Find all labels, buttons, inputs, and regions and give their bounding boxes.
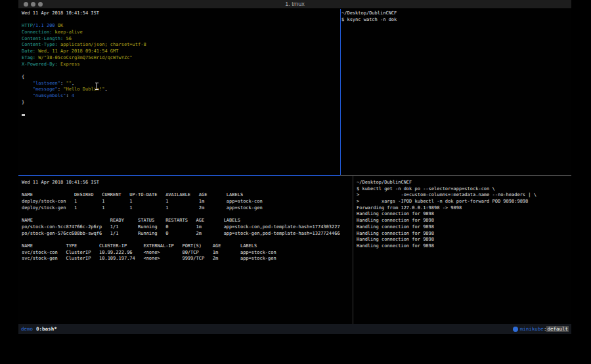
tmux-window-tab[interactable]: 0:bash* xyxy=(36,326,57,332)
port-forward-log: ~/Desktop/DublinCNCF$ kubectl get -n dok… xyxy=(357,180,570,250)
cursor-line xyxy=(22,112,339,119)
window-titlebar[interactable]: 1. tmux xyxy=(18,0,571,9)
ksync-command: $ ksync watch -n dok xyxy=(341,17,570,24)
kube-context: minikube xyxy=(520,326,544,332)
pane-divider-horizontal-left xyxy=(18,175,340,176)
json-open-brace: { xyxy=(22,74,339,81)
traffic-lights xyxy=(24,2,43,7)
kube-namespace: default xyxy=(546,326,569,332)
close-button[interactable] xyxy=(24,2,28,7)
cwd-line: ~/Desktop/DublinCNCF xyxy=(341,10,570,17)
minimize-button[interactable] xyxy=(31,2,35,7)
pane-divider-horizontal-right xyxy=(340,175,571,176)
http-header: Connection: keep-alive xyxy=(22,30,339,36)
pane-kubectl-resources[interactable]: Wed 11 Apr 2018 10:41:56 IST NAME DESIRE… xyxy=(22,180,351,262)
http-reason: OK xyxy=(55,23,64,28)
http-header: Content-Type: application/json; charset=… xyxy=(22,42,339,49)
timestamp: Wed 11 Apr 2018 10:41:54 IST xyxy=(22,10,339,17)
pane-divider-vertical-bottom xyxy=(353,176,353,324)
pane-ksync[interactable]: ~/Desktop/DublinCNCF $ ksync watch -n do… xyxy=(341,10,570,23)
json-field: "numsymbols": 4 xyxy=(22,93,339,100)
zoom-button[interactable] xyxy=(38,2,43,7)
window-title: 1. tmux xyxy=(18,0,571,9)
tmux-session-name: demo xyxy=(21,326,33,332)
kubectl-tables: NAME DESIRED CURRENT UP-TO-DATE AVAILABL… xyxy=(22,192,351,262)
http-header: X-Powered-By: Express xyxy=(22,62,339,68)
kubernetes-helm-icon xyxy=(513,327,518,332)
http-header: Content-Length: 56 xyxy=(22,36,339,43)
http-version-code: /1.1 200 xyxy=(33,23,55,28)
pane-port-forward[interactable]: ~/Desktop/DublinCNCF$ kubectl get -n dok… xyxy=(357,180,570,250)
http-header: ETag: W/"38-05coCsrg3mQ75sHr1d/qcWTwYZc" xyxy=(22,55,339,62)
http-header: Date: Wed, 11 Apr 2018 09:41:54 GMT xyxy=(22,49,339,55)
json-close-brace: } xyxy=(22,100,339,106)
http-protocol: HTTP xyxy=(22,23,33,28)
http-status-line: HTTP/1.1 200 OK xyxy=(22,23,339,30)
tmux-status-bar: demo 0:bash* minikube : default xyxy=(18,324,571,334)
terminal-window: 1. tmux Wed 11 Apr 2018 10:41:54 IST HTT… xyxy=(18,0,571,334)
json-field: "message": "Hello Dublin!", xyxy=(22,87,339,93)
timestamp: Wed 11 Apr 2018 10:41:56 IST xyxy=(22,180,351,186)
pane-http-response[interactable]: Wed 11 Apr 2018 10:41:54 IST HTTP/1.1 20… xyxy=(22,10,339,119)
terminal-cursor xyxy=(22,114,25,116)
json-field: "lastseen": "", xyxy=(22,81,339,87)
pane-divider-vertical-top xyxy=(340,9,341,175)
mouse-cursor-ibeam xyxy=(95,83,98,90)
tmux-terminal: Wed 11 Apr 2018 10:41:54 IST HTTP/1.1 20… xyxy=(18,9,571,324)
